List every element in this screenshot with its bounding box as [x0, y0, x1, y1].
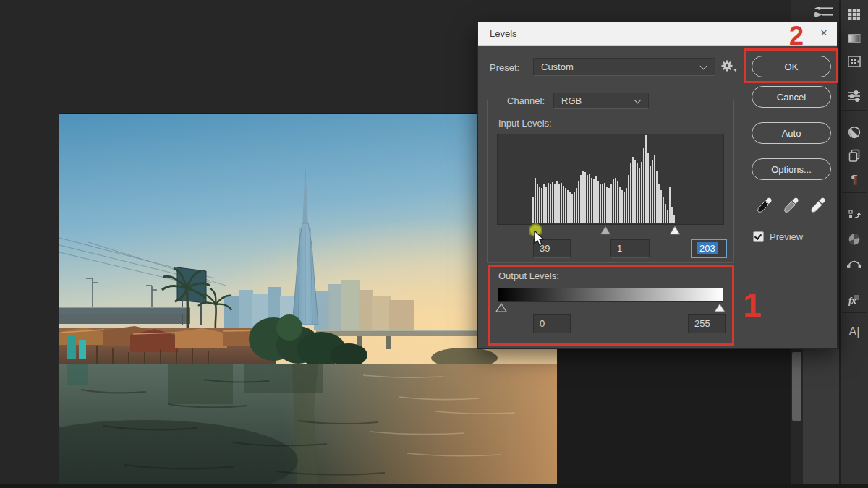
preview-label: Preview	[770, 231, 803, 242]
strip-divider	[842, 110, 867, 111]
output-white-field[interactable]: 255	[688, 314, 726, 333]
paragraph-icon[interactable]: ¶	[841, 171, 868, 189]
preset-options-gear-icon[interactable]	[720, 59, 737, 73]
chevron-down-icon	[700, 63, 707, 70]
glyphs-icon[interactable]	[841, 205, 868, 224]
cancel-button[interactable]: Cancel	[752, 86, 831, 108]
channel-dropdown[interactable]: RGB	[553, 93, 649, 109]
selected-text: 203	[697, 242, 718, 254]
output-black-field[interactable]: 0	[533, 314, 571, 333]
panel-scrollbar-thumb[interactable]	[792, 352, 801, 421]
input-white-slider[interactable]	[669, 226, 681, 235]
input-gamma-field[interactable]: 1	[610, 239, 650, 258]
strip-divider	[842, 346, 867, 346]
photoshop-workspace: ¶ f	[0, 0, 868, 488]
annotation-step-1: 1	[743, 288, 762, 322]
character-icon[interactable]: A|	[841, 322, 868, 341]
swatches-grid-icon[interactable]	[841, 4, 868, 23]
input-gamma-slider[interactable]	[600, 226, 611, 235]
tone-circle-icon[interactable]	[841, 123, 868, 142]
ok-button[interactable]: OK	[752, 56, 831, 77]
strip-divider	[842, 192, 867, 193]
output-gradient-bar	[498, 288, 723, 302]
mouse-cursor	[533, 231, 545, 247]
annotation-step-2: 2	[789, 23, 804, 49]
pattern-icon[interactable]	[841, 52, 868, 71]
libraries-icon[interactable]	[841, 146, 868, 165]
preview-checkbox[interactable]	[753, 231, 764, 242]
options-button[interactable]: Options...	[752, 158, 831, 180]
fx-icon[interactable]: fx	[841, 291, 868, 309]
gradient-icon[interactable]	[841, 29, 868, 48]
svg-text:fx: fx	[848, 295, 856, 306]
levels-dialog: Levels 2 × Preset: Custom OK Cancel	[477, 22, 838, 349]
strip-divider	[842, 312, 867, 313]
photo-water	[59, 364, 557, 484]
levels-histogram	[497, 134, 724, 225]
input-white-field[interactable]: 203	[691, 239, 727, 258]
panel-icon-strip: ¶ f	[841, 0, 868, 488]
dialog-title: Levels	[490, 22, 517, 46]
bottom-strip	[0, 484, 868, 488]
textures-sphere-icon[interactable]	[841, 230, 868, 249]
input-levels-label: Input Levels:	[498, 118, 552, 129]
white-point-eyedropper-icon[interactable]	[808, 196, 827, 215]
dialog-titlebar[interactable]: Levels 2 ×	[478, 22, 837, 46]
gray-point-eyedropper-icon[interactable]	[781, 196, 801, 215]
strip-divider	[842, 281, 867, 281]
output-white-slider[interactable]	[714, 303, 726, 312]
strip-divider	[842, 74, 867, 74]
panel-column-lower	[803, 349, 841, 488]
preset-label: Preset:	[490, 62, 519, 73]
black-point-eyedropper-icon[interactable]	[754, 196, 774, 215]
shoreline	[59, 326, 276, 364]
close-icon[interactable]: ×	[811, 22, 837, 46]
preset-dropdown[interactable]: Custom	[533, 58, 715, 76]
output-levels-label: Output Levels:	[498, 270, 559, 281]
output-black-slider[interactable]	[495, 303, 507, 312]
auto-button[interactable]: Auto	[752, 122, 831, 144]
adjust-sliders-icon[interactable]	[841, 87, 868, 106]
preset-value: Custom	[541, 61, 574, 72]
chevron-down-icon	[634, 97, 642, 104]
brushes-panel-icon[interactable]	[810, 3, 838, 20]
channel-value: RGB	[561, 95, 582, 106]
channel-label: Channel:	[507, 95, 545, 106]
pen-path-icon[interactable]	[841, 254, 868, 273]
workspace-background	[557, 349, 791, 488]
